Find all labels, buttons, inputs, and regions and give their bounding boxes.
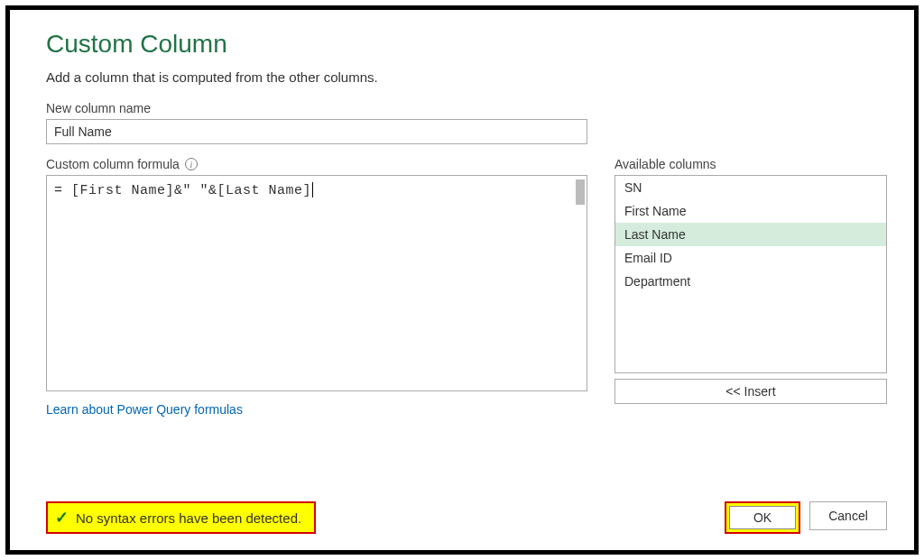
insert-button[interactable]: << Insert bbox=[614, 379, 887, 404]
formula-input[interactable]: = [First Name]&" "&[Last Name] bbox=[46, 175, 587, 391]
custom-column-dialog: Custom Column Add a column that is compu… bbox=[5, 5, 919, 555]
status-text: No syntax errors have been detected. bbox=[76, 510, 301, 526]
column-item-sn[interactable]: SN bbox=[615, 176, 886, 199]
scrollbar-thumb[interactable] bbox=[576, 179, 585, 205]
available-columns-label: Available columns bbox=[614, 157, 887, 171]
status-message: ✓ No syntax errors have been detected. bbox=[46, 501, 316, 534]
new-column-name-label: New column name bbox=[46, 101, 887, 115]
cancel-button[interactable]: Cancel bbox=[809, 501, 887, 530]
check-icon: ✓ bbox=[55, 508, 69, 528]
dialog-title: Custom Column bbox=[46, 30, 887, 59]
formula-label: Custom column formula bbox=[46, 157, 180, 171]
learn-more-link[interactable]: Learn about Power Query formulas bbox=[46, 402, 243, 417]
dialog-subtitle: Add a column that is computed from the o… bbox=[46, 69, 887, 85]
formula-text: = [First Name]&" "&[Last Name] bbox=[54, 183, 311, 198]
ok-button-highlight: OK bbox=[725, 501, 800, 534]
column-item-email-id[interactable]: Email ID bbox=[615, 246, 886, 270]
column-item-first-name[interactable]: First Name bbox=[615, 199, 886, 223]
ok-button[interactable]: OK bbox=[729, 506, 796, 529]
available-columns-list[interactable]: SN First Name Last Name Email ID Departm… bbox=[614, 175, 887, 373]
info-icon[interactable]: i bbox=[185, 158, 198, 170]
text-cursor bbox=[312, 182, 313, 197]
column-item-last-name[interactable]: Last Name bbox=[615, 223, 886, 246]
new-column-name-input[interactable] bbox=[46, 119, 587, 144]
column-item-department[interactable]: Department bbox=[615, 270, 886, 293]
